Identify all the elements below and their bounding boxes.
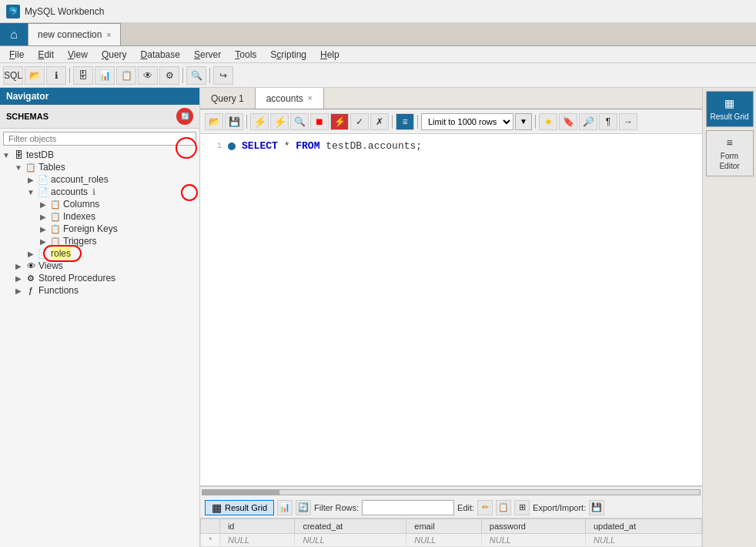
accounts-tab-close[interactable]: ×	[308, 94, 313, 102]
fk-icon: 📋	[49, 223, 62, 234]
sql-open-btn[interactable]: 📂	[205, 113, 223, 130]
sql-find-btn[interactable]: 🔍	[290, 113, 309, 130]
cell-created-at[interactable]: NULL	[295, 534, 406, 547]
sql-line-1: 1 SELECT * FROM testDB.accounts;	[206, 140, 696, 152]
sql-arrow-btn[interactable]: →	[619, 113, 637, 130]
menu-view[interactable]: View	[62, 48, 94, 62]
sql-search-btn2[interactable]: 🔎	[579, 113, 597, 130]
arrow-accounts: ▼	[25, 188, 37, 196]
result-grid-label: Result Grid	[225, 503, 267, 512]
col-password[interactable]: password	[481, 519, 585, 534]
query-tabs: Query 1 accounts ×	[200, 88, 702, 109]
sql-execute-selection-btn[interactable]: ⚡	[270, 113, 289, 130]
result-refresh-btn[interactable]: 🔄	[296, 500, 311, 515]
toolbar-sql-btn[interactable]: SQL	[3, 66, 23, 85]
tree-foreign-keys[interactable]: ▶ 📋 Foreign Keys	[0, 223, 199, 235]
tree-tables[interactable]: ▼ 📋 Tables	[0, 161, 199, 173]
table-row: * NULL NULL NULL NULL NULL	[201, 534, 702, 547]
menu-query[interactable]: Query	[95, 48, 133, 62]
form-editor-btn[interactable]: ≡ Form Editor	[706, 130, 754, 176]
h-scroll-track[interactable]	[202, 489, 701, 495]
tree-roles[interactable]: ▶ 📄 roles	[0, 247, 199, 260]
edit-grid-btn[interactable]: ⊞	[514, 500, 530, 515]
tree-indexes[interactable]: ▶ 📋 Indexes	[0, 210, 199, 223]
query1-tab[interactable]: Query 1	[200, 88, 256, 109]
sql-star-btn[interactable]: ★	[539, 113, 557, 130]
sql-toggle-btn[interactable]: ≡	[396, 113, 414, 130]
cell-id[interactable]: NULL	[219, 534, 295, 547]
filter-input[interactable]	[3, 132, 196, 146]
toolbar-schema-btn[interactable]: 📊	[95, 66, 115, 85]
row-asterisk[interactable]: *	[201, 534, 220, 547]
menu-tools[interactable]: Tools	[229, 48, 263, 62]
tree-columns[interactable]: ▶ 📋 Columns	[0, 198, 199, 210]
label-testdb: testDB	[26, 149, 54, 160]
filter-rows-input[interactable]	[362, 500, 454, 515]
main-area: Navigator SCHEMAS 🔄 ▼ 🗄 testDB ▼ 📋 Table…	[0, 88, 756, 547]
line-dot-1	[228, 143, 236, 150]
app-icon: 🐬	[6, 5, 20, 18]
menu-scripting[interactable]: Scripting	[264, 48, 313, 62]
home-tab[interactable]: ⌂	[0, 23, 28, 45]
export-btn[interactable]: 💾	[589, 500, 604, 515]
label-views: Views	[38, 260, 63, 271]
edit-table-btn[interactable]: 📋	[496, 500, 511, 515]
toolbar-view-btn[interactable]: 👁	[138, 66, 158, 85]
limit-dropdown-btn[interactable]: ▼	[515, 113, 532, 130]
cell-email[interactable]: NULL	[406, 534, 482, 547]
col-email[interactable]: email	[406, 519, 482, 534]
tree-stored-procedures[interactable]: ▶ ⚙ Stored Procedures	[0, 272, 199, 284]
cell-updated-at[interactable]: NULL	[585, 534, 701, 547]
sql-bookmark-btn[interactable]: 🔖	[559, 113, 577, 130]
tables-icon: 📋	[25, 162, 37, 173]
sql-editor[interactable]: 1 SELECT * FROM testDB.accounts;	[200, 134, 702, 486]
db-icon: 🗄	[12, 149, 25, 160]
sql-format-btn[interactable]: ¶	[599, 113, 617, 130]
result-chart-btn[interactable]: 📊	[277, 500, 293, 515]
tree-accounts[interactable]: ▼ 📄 accounts ℹ	[0, 186, 199, 198]
result-grid-right-btn[interactable]: ▦ Result Grid	[706, 91, 754, 127]
col-id[interactable]: id	[219, 519, 295, 534]
edit-pencil-btn[interactable]: ✏	[477, 500, 493, 515]
sql-save-btn[interactable]: 💾	[225, 113, 243, 130]
sql-execute-btn[interactable]: ⚡	[250, 113, 269, 130]
menu-server[interactable]: Server	[188, 48, 227, 62]
menu-help[interactable]: Help	[314, 48, 346, 62]
result-table-header-row: id created_at email password updated_at	[201, 519, 702, 534]
toolbar-arrow-btn[interactable]: ↪	[213, 66, 233, 85]
col-updated-at[interactable]: updated_at	[585, 519, 701, 534]
sql-stop-btn[interactable]: ⏹	[310, 113, 329, 130]
toolbar-table-btn[interactable]: 📋	[116, 66, 136, 85]
tree-testdb[interactable]: ▼ 🗄 testDB	[0, 149, 199, 161]
h-scroll[interactable]	[200, 486, 702, 497]
sql-sep2	[392, 115, 393, 129]
toolbar-info-btn[interactable]: ℹ	[46, 66, 66, 85]
tree-triggers[interactable]: ▶ 📋 Triggers	[0, 235, 199, 247]
sql-sep3	[417, 115, 418, 129]
connection-tab[interactable]: new connection ×	[28, 23, 121, 45]
tab-close-btn[interactable]: ×	[106, 31, 111, 39]
columns-icon: 📋	[49, 199, 62, 210]
sql-rollback-btn[interactable]: ✗	[370, 113, 389, 130]
sql-commit-btn[interactable]: ✓	[350, 113, 369, 130]
menu-database[interactable]: Database	[135, 48, 186, 62]
schemas-refresh-btn[interactable]: 🔄	[176, 108, 193, 125]
toolbar-open-btn[interactable]: 📂	[25, 66, 45, 85]
tree-account-roles[interactable]: ▶ 📄 account_roles	[0, 173, 199, 186]
menu-edit[interactable]: Edit	[32, 48, 60, 62]
label-triggers: Triggers	[63, 236, 97, 247]
toolbar-db-btn[interactable]: 🗄	[73, 66, 93, 85]
accounts-tab[interactable]: accounts ×	[256, 88, 324, 109]
arrow-triggers: ▶	[37, 237, 49, 246]
col-created-at[interactable]: created_at	[295, 519, 406, 534]
toolbar-search-btn[interactable]: 🔍	[186, 66, 206, 85]
sql-reconnect-btn[interactable]: ⚡	[330, 113, 349, 130]
result-grid-btn[interactable]: ▦ Result Grid	[205, 500, 274, 515]
toolbar-proc-btn[interactable]: ⚙	[159, 66, 179, 85]
h-scroll-thumb[interactable]	[202, 490, 279, 495]
menu-file[interactable]: File	[3, 48, 30, 62]
limit-select[interactable]: Limit to 1000 rows	[421, 113, 513, 130]
cell-password[interactable]: NULL	[481, 534, 585, 547]
tree-views[interactable]: ▶ 👁 Views	[0, 260, 199, 272]
tree-functions[interactable]: ▶ ƒ Functions	[0, 284, 199, 297]
